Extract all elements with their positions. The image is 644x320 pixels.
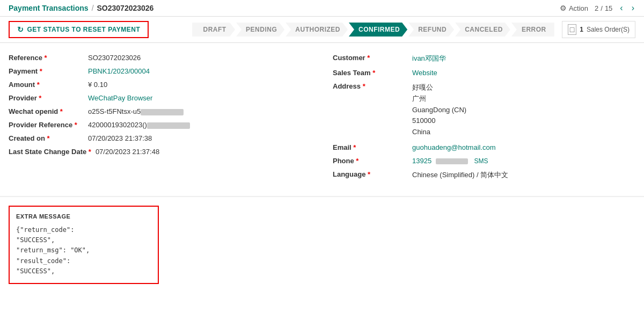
sales-order-label: Sales Order(S) [587, 26, 630, 33]
reset-btn-label: GET STATUS TO RESET PAYMENT [27, 26, 141, 33]
status-step-draft[interactable]: DRAFT [192, 23, 235, 37]
extra-message-content: {"return_code": "SUCCESS", "return_msg":… [16, 225, 151, 277]
language-value: Chinese (Simplified) / 简体中文 [412, 170, 508, 180]
breadcrumb: Payment Transactions / SO23072023026 [9, 4, 153, 12]
amount-value: ¥ 0.10 [88, 81, 107, 89]
extra-line3: "return_msg": "OK", [16, 245, 151, 256]
status-step-confirmed[interactable]: CONFIRMED [349, 23, 407, 37]
status-step-authorized[interactable]: AUTHORIZED [286, 23, 348, 37]
nav-prev-button[interactable]: ‹ [619, 3, 624, 13]
address-line4: 510000 [412, 115, 466, 127]
address-value: 好嘎公 广州 GuangDong (CN) 510000 China [412, 82, 466, 138]
status-step-refund[interactable]: REFUND [408, 23, 454, 37]
status-step-canceled[interactable]: CANCELED [455, 23, 510, 37]
address-line5: China [412, 127, 466, 138]
extra-line1: {"return_code": [16, 225, 151, 235]
language-field: Language * Chinese (Simplified) / 简体中文 [333, 170, 635, 180]
phone-field: Phone * 13925 SMS [333, 157, 635, 165]
provider-ref-value: 42000019302023() [88, 121, 190, 129]
status-step-error[interactable]: ERROR [511, 23, 554, 37]
breadcrumb-separator: / [92, 4, 94, 12]
address-line3: GuangDong (CN) [412, 105, 466, 116]
sales-order-icon: □ [568, 24, 576, 35]
provider-ref-masked [147, 122, 190, 129]
sales-team-value[interactable]: Website [412, 69, 437, 77]
address-line1: 好嘎公 [412, 82, 466, 93]
extra-message-box: EXTRA MESSAGE {"return_code": "SUCCESS",… [9, 206, 159, 284]
payment-label: Payment * [9, 67, 84, 75]
extra-message-title: EXTRA MESSAGE [16, 213, 151, 220]
main-content: Reference * SO23072023026 Payment * PBNK… [0, 43, 644, 197]
sales-team-label: Sales Team * [333, 69, 408, 77]
wechat-openid-value: o25S-t5FNtsx-u5 [88, 107, 184, 115]
app-title: Payment Transactions [9, 4, 89, 12]
wechat-masked [141, 109, 184, 115]
gear-icon: ⚙ [560, 4, 567, 12]
extra-message-section: EXTRA MESSAGE {"return_code": "SUCCESS",… [0, 197, 644, 293]
address-line2: 广州 [412, 93, 466, 105]
right-column: Customer * ivan邓国华 Sales Team * Website … [333, 54, 635, 185]
action-bar: ↻ GET STATUS TO RESET PAYMENT DRAFT PEND… [0, 17, 644, 43]
address-field: Address * 好嘎公 广州 GuangDong (CN) 510000 C… [333, 82, 635, 138]
reset-payment-button[interactable]: ↻ GET STATUS TO RESET PAYMENT [9, 21, 149, 38]
reference-field: Reference * SO23072023026 [9, 54, 311, 62]
address-label: Address * [333, 82, 408, 90]
email-label: Email * [333, 143, 408, 151]
provider-ref-label: Provider Reference * [9, 121, 84, 129]
left-column: Reference * SO23072023026 Payment * PBNK… [9, 54, 311, 185]
status-step-pending[interactable]: PENDING [236, 23, 284, 37]
phone-number: 13925 [412, 157, 431, 165]
last-state-label: Last State Change Date * [9, 148, 91, 156]
customer-value[interactable]: ivan邓国华 [412, 54, 446, 63]
payment-field: Payment * PBNK1/2023/00004 [9, 67, 311, 75]
amount-label: Amount * [9, 81, 84, 89]
extra-line4: "result_code": [16, 256, 151, 266]
provider-ref-field: Provider Reference * 42000019302023() [9, 121, 311, 129]
phone-label: Phone * [333, 157, 408, 165]
wechat-openid-field: Wechat openid * o25S-t5FNtsx-u5 [9, 107, 311, 115]
action-label: Action [569, 4, 588, 12]
nav-current: 2 [595, 4, 598, 12]
sms-button[interactable]: SMS [474, 157, 488, 165]
sales-order-button[interactable]: □ 1 Sales Order(S) [562, 21, 635, 38]
amount-field: Amount * ¥ 0.10 [9, 81, 311, 89]
provider-value[interactable]: WeChatPay Browser [88, 94, 152, 102]
customer-field: Customer * ivan邓国华 [333, 54, 635, 63]
phone-masked [436, 158, 468, 164]
nav-separator: / [601, 4, 603, 12]
nav-total: 15 [605, 4, 612, 12]
created-on-value: 07/20/2023 21:37:38 [88, 134, 152, 142]
refresh-icon: ↻ [17, 25, 24, 34]
sales-order-count: 1 [580, 26, 583, 33]
created-on-label: Created on * [9, 134, 84, 142]
last-state-value: 07/20/2023 21:37:48 [96, 148, 159, 156]
language-label: Language * [333, 170, 408, 178]
email-field: Email * guohuadeng@hotmail.com [333, 143, 635, 151]
last-state-field: Last State Change Date * 07/20/2023 21:3… [9, 148, 311, 156]
payment-value[interactable]: PBNK1/2023/00004 [88, 67, 150, 75]
provider-label: Provider * [9, 94, 84, 102]
nav-info: 2 / 15 [595, 4, 612, 12]
extra-line2: "SUCCESS", [16, 235, 151, 245]
status-pipeline: DRAFT PENDING AUTHORIZED CONFIRMED REFUN… [192, 23, 555, 37]
document-id: SO23072023026 [97, 4, 154, 12]
customer-label: Customer * [333, 54, 408, 62]
top-bar: Payment Transactions / SO23072023026 ⚙ A… [0, 0, 644, 17]
nav-next-button[interactable]: › [631, 3, 635, 13]
wechat-openid-label: Wechat openid * [9, 107, 84, 115]
extra-line5: "SUCCESS", [16, 266, 151, 277]
reference-value: SO23072023026 [88, 54, 141, 62]
top-bar-right: ⚙ Action 2 / 15 ‹ › [560, 3, 635, 13]
provider-field: Provider * WeChatPay Browser [9, 94, 311, 102]
email-value[interactable]: guohuadeng@hotmail.com [412, 143, 496, 151]
sales-team-field: Sales Team * Website [333, 69, 635, 77]
reference-label: Reference * [9, 54, 84, 62]
phone-value: 13925 SMS [412, 157, 488, 165]
created-on-field: Created on * 07/20/2023 21:37:38 [9, 134, 311, 142]
action-button[interactable]: ⚙ Action [560, 4, 588, 12]
